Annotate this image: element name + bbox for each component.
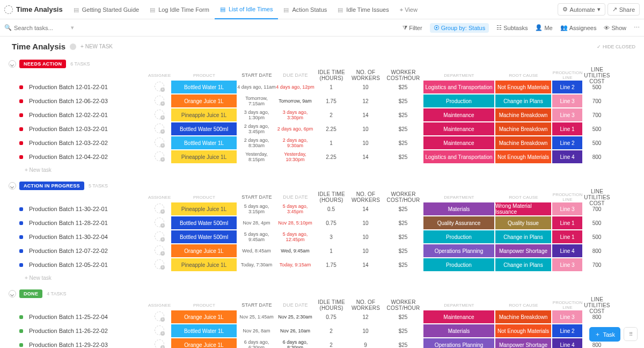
start-date[interactable]: 2 days ago, 8:30am xyxy=(237,137,276,148)
badge[interactable]: Not Enough Materials xyxy=(495,150,551,163)
due-date[interactable]: 4 days ago, 12pm xyxy=(276,84,314,90)
workers[interactable]: 12 xyxy=(348,98,383,104)
apps-fab[interactable]: ⠿ xyxy=(624,327,638,341)
task-row[interactable]: Production Batch 11-29-22-03Orange Juice… xyxy=(0,338,644,348)
due-date[interactable]: 5 days ago, 12:45pm xyxy=(276,231,314,242)
badge[interactable]: Machine Breakdown xyxy=(495,136,551,149)
utilities-cost[interactable]: 800 xyxy=(583,248,611,254)
subtasks-button[interactable]: ☷Subtasks xyxy=(496,24,528,31)
start-date[interactable]: 5 days ago, 9:45am xyxy=(237,231,276,242)
badge[interactable]: Line 3 xyxy=(552,95,582,107)
badge[interactable]: Line 3 xyxy=(552,202,582,215)
workers[interactable]: 14 xyxy=(348,154,383,160)
idle-time[interactable]: 2.25 xyxy=(314,154,348,160)
badge[interactable]: Pineapple Juice 1L xyxy=(171,202,237,215)
start-date[interactable]: Today, 7:30am xyxy=(237,262,276,267)
idle-time[interactable]: 0.75 xyxy=(314,314,348,320)
task-name[interactable]: Production Batch 12-07-22-02 xyxy=(26,248,148,254)
new-task-button[interactable]: + NEW TASK xyxy=(80,44,113,49)
due-date[interactable]: 6 days ago, 8:30pm xyxy=(276,339,314,348)
badge[interactable]: Change in Plans xyxy=(495,230,551,243)
idle-time[interactable]: 1 xyxy=(314,248,348,254)
badge[interactable]: Line 2 xyxy=(552,81,582,93)
collapse-icon[interactable] xyxy=(9,290,16,298)
badge[interactable]: Bottled Water 500ml xyxy=(171,216,237,229)
badge[interactable]: Line 4 xyxy=(552,150,582,163)
assignee-add[interactable] xyxy=(155,137,164,147)
due-date[interactable]: 2 days ago, 6pm xyxy=(276,126,314,132)
idle-time[interactable]: 3 xyxy=(314,234,348,240)
start-date[interactable]: Tomorrow, 7:15am xyxy=(237,96,276,106)
task-name[interactable]: Production Batch 11-29-22-03 xyxy=(26,342,148,348)
task-row[interactable]: Production Batch 11-30-22-01Pineapple Ju… xyxy=(0,202,644,216)
badge[interactable]: Machine Breakdown xyxy=(495,122,551,135)
badge[interactable]: Manpower Shortage xyxy=(495,244,551,257)
due-date[interactable]: 3 days ago, 3:30pm xyxy=(276,110,314,120)
start-date[interactable]: Nov 28, 4pm xyxy=(237,220,276,226)
badge[interactable]: Bottled Water 500ml xyxy=(171,230,237,243)
assignee-add[interactable] xyxy=(155,245,164,255)
task-name[interactable]: Production Batch 12-02-22-01 xyxy=(26,112,148,118)
badge[interactable]: Wrong Material Issuance xyxy=(495,202,551,215)
workers[interactable]: 14 xyxy=(348,206,383,212)
utilities-cost[interactable]: 700 xyxy=(583,112,611,118)
cost[interactable]: $25 xyxy=(383,234,423,240)
badge[interactable]: Operations Planning xyxy=(423,244,494,257)
automate-button[interactable]: ⚙ Automate ▾ xyxy=(558,3,605,16)
task-row[interactable]: Production Batch 11-30-22-04Bottled Wate… xyxy=(0,230,644,244)
badge[interactable]: Line 1 xyxy=(552,122,582,135)
badge[interactable]: Orange Juice 1L xyxy=(171,338,237,348)
task-name[interactable]: Production Batch 12-06-22-03 xyxy=(26,98,148,104)
badge[interactable]: Maintenance xyxy=(423,108,494,121)
due-date[interactable]: Nov 26, 10am xyxy=(276,328,314,334)
due-date[interactable]: Tomorrow, 9am xyxy=(276,98,314,104)
badge[interactable]: Production xyxy=(423,258,494,271)
share-button[interactable]: ↗ Share xyxy=(608,3,640,16)
assignee-add[interactable] xyxy=(155,218,164,227)
workers[interactable]: 14 xyxy=(348,112,383,118)
task-name[interactable]: Production Batch 12-01-22-01 xyxy=(26,84,148,90)
tab-getting-started-guide[interactable]: ▤Getting Started Guide xyxy=(68,0,144,19)
tab-list-of-idle-times[interactable]: ▤List of Idle Times xyxy=(215,0,279,19)
workers[interactable]: 10 xyxy=(348,84,383,90)
assignee-add[interactable] xyxy=(155,151,164,161)
utilities-cost[interactable]: 500 xyxy=(583,84,611,90)
start-date[interactable]: Nov 26, 8am xyxy=(237,328,276,334)
assignee-add[interactable] xyxy=(155,96,164,105)
idle-time[interactable]: 2 xyxy=(314,342,348,348)
task-name[interactable]: Production Batch 12-03-22-02 xyxy=(26,140,148,146)
task-row[interactable]: Production Batch 12-02-22-01Pineapple Ju… xyxy=(0,108,644,122)
start-date[interactable]: Yesterday, 8:15pm xyxy=(237,151,276,162)
task-row[interactable]: Production Batch 12-03-22-01Bottled Wate… xyxy=(0,122,644,136)
utilities-cost[interactable]: 500 xyxy=(583,140,611,146)
utilities-cost[interactable]: 500 xyxy=(583,220,611,226)
badge[interactable]: Manpower Shortage xyxy=(495,338,551,348)
idle-time[interactable]: 2 xyxy=(314,112,348,118)
me-button[interactable]: 👤Me xyxy=(535,24,552,31)
assignees-button[interactable]: 👥Assignees xyxy=(560,24,597,31)
task-name[interactable]: Production Batch 11-30-22-04 xyxy=(26,234,148,240)
badge[interactable]: Pineapple Juice 1L xyxy=(171,150,237,163)
assignee-add[interactable] xyxy=(155,311,164,321)
start-date[interactable]: Wed, 8:45am xyxy=(237,248,276,253)
idle-time[interactable]: 1.75 xyxy=(314,98,348,104)
collapse-icon[interactable] xyxy=(9,60,16,68)
assignee-add[interactable] xyxy=(155,124,164,133)
start-date[interactable]: Nov 25, 1:45am xyxy=(237,314,276,320)
badge[interactable]: Pineapple Juice 1L xyxy=(171,108,237,121)
workers[interactable]: 12 xyxy=(348,314,383,320)
new-task-fab[interactable]: ＋Task xyxy=(589,327,620,342)
task-row[interactable]: Production Batch 11-26-22-02Bottled Wate… xyxy=(0,324,644,338)
assignee-add[interactable] xyxy=(155,110,164,119)
chevron-down-icon[interactable]: ▾ xyxy=(71,24,74,31)
assignee-add[interactable] xyxy=(155,82,164,91)
status-pill[interactable]: NEEDS ACTION xyxy=(19,60,66,68)
task-row[interactable]: Production Batch 12-01-22-01Bottled Wate… xyxy=(0,80,644,94)
badge[interactable]: Line 3 xyxy=(552,310,582,323)
cost[interactable]: $25 xyxy=(383,248,423,254)
add-view[interactable]: + View xyxy=(394,0,423,19)
badge[interactable]: Line 3 xyxy=(552,258,582,271)
task-row[interactable]: Production Batch 12-07-22-02Orange Juice… xyxy=(0,244,644,258)
badge[interactable]: Quality Issue xyxy=(495,216,551,229)
show-button[interactable]: 👁Show xyxy=(604,25,626,31)
